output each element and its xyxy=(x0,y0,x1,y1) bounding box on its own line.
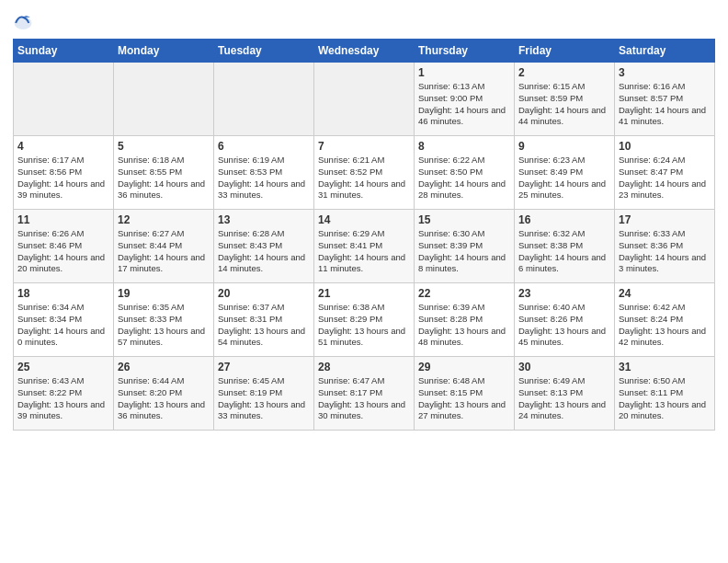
calendar-cell: 8Sunrise: 6:22 AM Sunset: 8:50 PM Daylig… xyxy=(415,136,515,210)
calendar-cell: 18Sunrise: 6:34 AM Sunset: 8:34 PM Dayli… xyxy=(14,283,114,357)
weekday-header-friday: Friday xyxy=(515,40,615,63)
day-number: 3 xyxy=(619,66,711,79)
calendar-cell: 28Sunrise: 6:47 AM Sunset: 8:17 PM Dayli… xyxy=(314,357,415,431)
day-number: 17 xyxy=(619,213,711,226)
day-number: 1 xyxy=(418,66,510,79)
day-number: 26 xyxy=(118,361,210,373)
logo-icon xyxy=(13,13,33,33)
day-info: Sunrise: 6:24 AM Sunset: 8:47 PM Dayligh… xyxy=(619,155,711,201)
day-number: 12 xyxy=(118,213,210,226)
logo-area xyxy=(13,13,37,33)
day-info: Sunrise: 6:35 AM Sunset: 8:33 PM Dayligh… xyxy=(118,302,210,349)
calendar-week-5: 25Sunrise: 6:43 AM Sunset: 8:22 PM Dayli… xyxy=(14,357,715,431)
calendar-cell: 19Sunrise: 6:35 AM Sunset: 8:33 PM Dayli… xyxy=(114,283,214,357)
calendar-cell: 15Sunrise: 6:30 AM Sunset: 8:39 PM Dayli… xyxy=(415,210,515,283)
calendar-cell: 21Sunrise: 6:38 AM Sunset: 8:29 PM Dayli… xyxy=(314,283,415,357)
calendar-cell: 3Sunrise: 6:16 AM Sunset: 8:57 PM Daylig… xyxy=(615,63,715,136)
svg-point-0 xyxy=(15,17,32,29)
day-info: Sunrise: 6:45 AM Sunset: 8:19 PM Dayligh… xyxy=(218,375,310,422)
calendar-cell xyxy=(214,63,314,136)
day-info: Sunrise: 6:38 AM Sunset: 8:29 PM Dayligh… xyxy=(318,302,410,349)
day-info: Sunrise: 6:40 AM Sunset: 8:26 PM Dayligh… xyxy=(518,302,610,349)
day-number: 28 xyxy=(318,361,410,373)
day-info: Sunrise: 6:39 AM Sunset: 8:28 PM Dayligh… xyxy=(418,302,510,349)
day-info: Sunrise: 6:28 AM Sunset: 8:43 PM Dayligh… xyxy=(218,228,310,275)
calendar-cell: 31Sunrise: 6:50 AM Sunset: 8:11 PM Dayli… xyxy=(615,357,715,431)
calendar-cell xyxy=(114,63,214,136)
day-number: 18 xyxy=(17,287,109,300)
day-info: Sunrise: 6:21 AM Sunset: 8:52 PM Dayligh… xyxy=(318,155,410,201)
day-info: Sunrise: 6:30 AM Sunset: 8:39 PM Dayligh… xyxy=(418,228,510,275)
day-number: 22 xyxy=(418,287,510,300)
calendar-cell: 17Sunrise: 6:33 AM Sunset: 8:36 PM Dayli… xyxy=(615,210,715,283)
day-number: 4 xyxy=(17,140,109,153)
calendar-body: 1Sunrise: 6:13 AM Sunset: 9:00 PM Daylig… xyxy=(14,63,715,431)
day-number: 7 xyxy=(318,140,410,153)
header-area xyxy=(13,9,715,33)
calendar-week-4: 18Sunrise: 6:34 AM Sunset: 8:34 PM Dayli… xyxy=(14,283,715,357)
day-info: Sunrise: 6:33 AM Sunset: 8:36 PM Dayligh… xyxy=(619,228,711,275)
calendar-cell: 23Sunrise: 6:40 AM Sunset: 8:26 PM Dayli… xyxy=(515,283,615,357)
day-number: 6 xyxy=(218,140,310,153)
day-number: 11 xyxy=(17,213,109,226)
day-info: Sunrise: 6:18 AM Sunset: 8:55 PM Dayligh… xyxy=(118,155,210,201)
calendar-cell: 10Sunrise: 6:24 AM Sunset: 8:47 PM Dayli… xyxy=(615,136,715,210)
day-number: 16 xyxy=(518,213,610,226)
day-info: Sunrise: 6:42 AM Sunset: 8:24 PM Dayligh… xyxy=(619,302,711,349)
calendar-cell: 20Sunrise: 6:37 AM Sunset: 8:31 PM Dayli… xyxy=(214,283,314,357)
day-number: 21 xyxy=(318,287,410,300)
day-number: 27 xyxy=(218,361,310,373)
day-number: 13 xyxy=(218,213,310,226)
calendar-cell: 7Sunrise: 6:21 AM Sunset: 8:52 PM Daylig… xyxy=(314,136,415,210)
day-number: 9 xyxy=(518,140,610,153)
day-number: 5 xyxy=(118,140,210,153)
day-number: 15 xyxy=(418,213,510,226)
calendar-cell: 11Sunrise: 6:26 AM Sunset: 8:46 PM Dayli… xyxy=(14,210,114,283)
calendar-cell: 24Sunrise: 6:42 AM Sunset: 8:24 PM Dayli… xyxy=(615,283,715,357)
day-number: 24 xyxy=(619,287,711,300)
day-info: Sunrise: 6:47 AM Sunset: 8:17 PM Dayligh… xyxy=(318,375,410,422)
calendar-cell: 29Sunrise: 6:48 AM Sunset: 8:15 PM Dayli… xyxy=(415,357,515,431)
day-number: 2 xyxy=(518,66,610,79)
day-number: 8 xyxy=(418,140,510,153)
calendar-cell: 4Sunrise: 6:17 AM Sunset: 8:56 PM Daylig… xyxy=(14,136,114,210)
day-info: Sunrise: 6:26 AM Sunset: 8:46 PM Dayligh… xyxy=(17,228,109,275)
day-info: Sunrise: 6:27 AM Sunset: 8:44 PM Dayligh… xyxy=(118,228,210,275)
weekday-header-monday: Monday xyxy=(114,40,214,63)
day-info: Sunrise: 6:50 AM Sunset: 8:11 PM Dayligh… xyxy=(619,375,711,422)
weekday-header-tuesday: Tuesday xyxy=(214,40,314,63)
calendar-cell: 30Sunrise: 6:49 AM Sunset: 8:13 PM Dayli… xyxy=(515,357,615,431)
calendar-cell: 12Sunrise: 6:27 AM Sunset: 8:44 PM Dayli… xyxy=(114,210,214,283)
day-info: Sunrise: 6:44 AM Sunset: 8:20 PM Dayligh… xyxy=(118,375,210,422)
day-number: 31 xyxy=(619,361,711,373)
calendar-table: SundayMondayTuesdayWednesdayThursdayFrid… xyxy=(13,39,715,431)
day-number: 25 xyxy=(17,361,109,373)
day-number: 30 xyxy=(518,361,610,373)
day-info: Sunrise: 6:22 AM Sunset: 8:50 PM Dayligh… xyxy=(418,155,510,201)
day-number: 14 xyxy=(318,213,410,226)
day-info: Sunrise: 6:17 AM Sunset: 8:56 PM Dayligh… xyxy=(17,155,109,201)
calendar-week-3: 11Sunrise: 6:26 AM Sunset: 8:46 PM Dayli… xyxy=(14,210,715,283)
day-number: 20 xyxy=(218,287,310,300)
calendar-week-2: 4Sunrise: 6:17 AM Sunset: 8:56 PM Daylig… xyxy=(14,136,715,210)
header-row: SundayMondayTuesdayWednesdayThursdayFrid… xyxy=(14,40,715,63)
weekday-header-wednesday: Wednesday xyxy=(314,40,415,63)
calendar-cell xyxy=(314,63,415,136)
calendar-cell: 5Sunrise: 6:18 AM Sunset: 8:55 PM Daylig… xyxy=(114,136,214,210)
weekday-header-thursday: Thursday xyxy=(415,40,515,63)
day-info: Sunrise: 6:32 AM Sunset: 8:38 PM Dayligh… xyxy=(518,228,610,275)
day-number: 10 xyxy=(619,140,711,153)
day-number: 19 xyxy=(118,287,210,300)
day-number: 23 xyxy=(518,287,610,300)
day-info: Sunrise: 6:13 AM Sunset: 9:00 PM Dayligh… xyxy=(418,81,510,128)
day-info: Sunrise: 6:29 AM Sunset: 8:41 PM Dayligh… xyxy=(318,228,410,275)
calendar-cell xyxy=(14,63,114,136)
day-number: 29 xyxy=(418,361,510,373)
day-info: Sunrise: 6:23 AM Sunset: 8:49 PM Dayligh… xyxy=(518,155,610,201)
calendar-header: SundayMondayTuesdayWednesdayThursdayFrid… xyxy=(14,40,715,63)
day-info: Sunrise: 6:48 AM Sunset: 8:15 PM Dayligh… xyxy=(418,375,510,422)
calendar-cell: 2Sunrise: 6:15 AM Sunset: 8:59 PM Daylig… xyxy=(515,63,615,136)
calendar-cell: 27Sunrise: 6:45 AM Sunset: 8:19 PM Dayli… xyxy=(214,357,314,431)
day-info: Sunrise: 6:16 AM Sunset: 8:57 PM Dayligh… xyxy=(619,81,711,128)
calendar-cell: 6Sunrise: 6:19 AM Sunset: 8:53 PM Daylig… xyxy=(214,136,314,210)
